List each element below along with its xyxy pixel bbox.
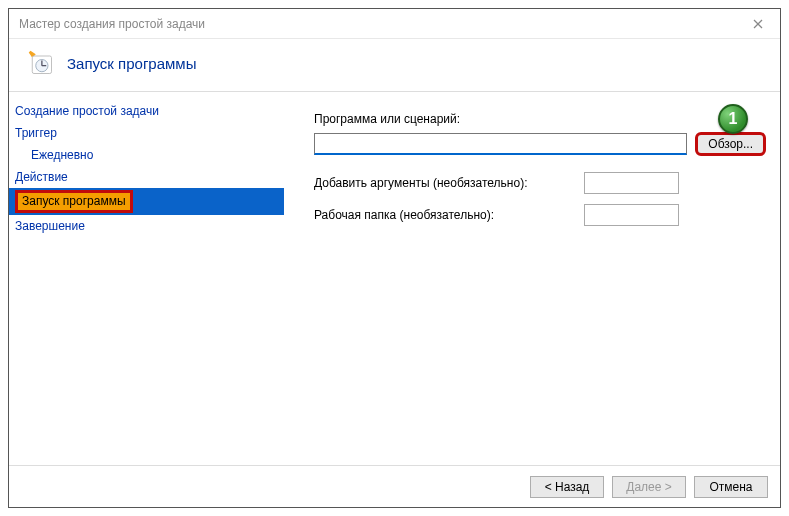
wizard-icon [27,49,55,77]
program-input[interactable] [314,133,687,155]
wizard-step-title: Запуск программы [67,55,196,72]
back-button[interactable]: < Назад [530,476,604,498]
arguments-label: Добавить аргументы (необязательно): [314,176,574,190]
arguments-input[interactable] [584,172,679,194]
wizard-footer: < Назад Далее > Отмена [9,465,780,507]
wizard-window: Мастер создания простой задачи Запуск пр… [8,8,781,508]
close-button[interactable] [735,9,780,39]
cancel-button[interactable]: Отмена [694,476,768,498]
sidebar-item-action[interactable]: Действие [9,166,284,188]
wizard-sidebar: Создание простой задачи Триггер Ежедневн… [9,92,284,465]
wizard-body: Создание простой задачи Триггер Ежедневн… [9,92,780,465]
wizard-content: Программа или сценарий: Обзор... 1 Добав… [284,92,780,465]
browse-button[interactable]: Обзор... [695,132,766,156]
sidebar-item-create-task[interactable]: Создание простой задачи [9,100,284,122]
callout-badge-1: 1 [718,104,748,134]
titlebar: Мастер создания простой задачи [9,9,780,39]
sidebar-item-finish[interactable]: Завершение [9,215,284,237]
sidebar-item-daily[interactable]: Ежедневно [9,144,284,166]
sidebar-item-start-program[interactable]: Запуск программы [9,188,284,215]
next-button: Далее > [612,476,686,498]
close-icon [753,19,763,29]
startin-input[interactable] [584,204,679,226]
startin-label: Рабочая папка (необязательно): [314,208,574,222]
window-title: Мастер создания простой задачи [19,17,205,31]
wizard-header: Запуск программы [9,39,780,91]
program-label: Программа или сценарий: [314,112,460,126]
sidebar-item-label: Запуск программы [15,190,133,213]
sidebar-item-trigger[interactable]: Триггер [9,122,284,144]
